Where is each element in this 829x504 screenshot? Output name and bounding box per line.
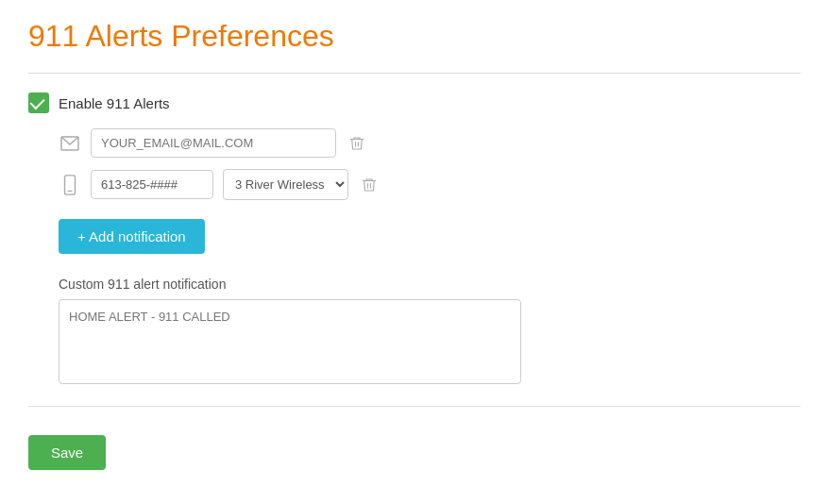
- bottom-divider: [28, 406, 801, 407]
- carrier-select[interactable]: 3 River Wireless AT&T Verizon T-Mobile: [223, 169, 348, 200]
- delete-phone-button[interactable]: [358, 174, 381, 196]
- save-button[interactable]: Save: [28, 435, 106, 470]
- enable-row: Enable 911 Alerts: [28, 92, 801, 113]
- top-divider: [28, 73, 801, 74]
- email-notification-row: [59, 128, 801, 158]
- phone-icon: [59, 174, 81, 196]
- custom-alert-textarea[interactable]: [59, 299, 521, 384]
- delete-email-button[interactable]: [346, 132, 368, 155]
- enable-label: Enable 911 Alerts: [59, 95, 170, 111]
- page-container: 911 Alerts Preferences Enable 911 Alerts: [0, 0, 829, 489]
- custom-alert-section: Custom 911 alert notification: [59, 277, 801, 387]
- custom-alert-label: Custom 911 alert notification: [59, 277, 801, 292]
- email-icon: [59, 132, 81, 155]
- page-title: 911 Alerts Preferences: [28, 19, 801, 54]
- phone-input[interactable]: [91, 170, 213, 199]
- email-input[interactable]: [91, 128, 336, 158]
- notifications-area: 3 River Wireless AT&T Verizon T-Mobile: [59, 128, 801, 200]
- phone-notification-row: 3 River Wireless AT&T Verizon T-Mobile: [59, 169, 801, 200]
- enable-checkbox[interactable]: [28, 92, 49, 113]
- add-notification-button[interactable]: + Add notification: [59, 219, 205, 254]
